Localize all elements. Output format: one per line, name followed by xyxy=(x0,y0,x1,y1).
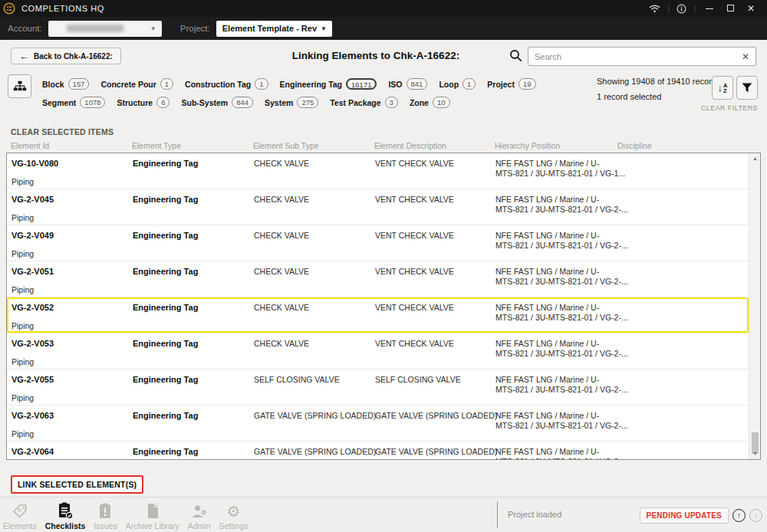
filter-chip[interactable]: Concrete Pour 1 xyxy=(100,78,173,90)
filter-chip[interactable]: Test Package 3 xyxy=(330,97,398,108)
vertical-scrollbar[interactable]: ▲ ▼ xyxy=(749,153,760,459)
filter-chip[interactable]: Loop 1 xyxy=(439,78,476,90)
pending-updates-badge[interactable]: PENDING UPDATES xyxy=(640,507,729,524)
link-selected-elements-button[interactable]: LINK SELECTED ELEMENT(S) xyxy=(11,475,143,494)
upload-updates-button[interactable]: ↑ xyxy=(732,509,746,522)
column-header-element-sub-type[interactable]: Element Sub Type xyxy=(253,141,319,150)
hierarchy-line: MTS-821 / 3U-MTS-821-01 / VG-2-... xyxy=(495,421,687,431)
bottom-navigation: Elements Checklists xyxy=(3,500,248,530)
cell-element-type: Engineering Tag xyxy=(133,375,198,384)
cell-element-id: VG-2-V063 xyxy=(12,411,54,420)
cell-hierarchy-position: NFE FAST LNG / Marine / U- MTS-821 / 3U-… xyxy=(495,339,687,359)
filter-chip[interactable]: Sub-System 844 xyxy=(181,97,253,108)
nav-item-archive-library[interactable]: Archive Library xyxy=(126,500,179,530)
nav-item-admin[interactable]: Admin xyxy=(188,500,211,530)
table-row[interactable]: VG-2-V064 Engineering Tag GATE VALVE (SP… xyxy=(7,442,749,459)
filter-chip[interactable]: System 275 xyxy=(265,97,318,108)
cell-discipline: Piping xyxy=(12,357,34,366)
cell-discipline: Piping xyxy=(12,321,34,330)
filter-chip[interactable]: Zone 10 xyxy=(410,97,450,108)
cell-discipline: Piping xyxy=(12,213,34,222)
chip-label: Project xyxy=(487,80,515,89)
cell-discipline: Piping xyxy=(12,285,34,294)
close-button[interactable]: ✕ xyxy=(744,3,758,14)
chevron-down-icon: ▼ xyxy=(150,25,156,32)
column-header-element-id[interactable]: Element Id xyxy=(11,141,49,150)
hierarchy-line: MTS-821 / 3U-MTS-821-01 / VG-2-... xyxy=(495,277,687,287)
project-dropdown[interactable]: Element Template - Rev ▼ xyxy=(216,21,332,37)
table-row[interactable]: VG-2-V052 Engineering Tag CHECK VALVE VE… xyxy=(7,297,749,333)
download-updates-button[interactable]: ↓ xyxy=(749,509,762,522)
statusbar-divider xyxy=(497,501,498,528)
clear-selected-items-button[interactable]: CLEAR SELECTED ITEMS xyxy=(11,127,114,136)
nav-item-issues[interactable]: Issues xyxy=(94,500,117,530)
hierarchy-line: NFE FAST LNG / Marine / U- xyxy=(495,447,687,457)
showing-records-text: Showing 19408 of 19410 records xyxy=(597,74,720,89)
cell-element-sub-type: CHECK VALVE xyxy=(254,303,309,312)
cell-element-sub-type: GATE VALVE (SPRING LOADED) xyxy=(254,447,376,456)
filter-chip[interactable]: Project 19 xyxy=(487,78,535,90)
table-row[interactable]: VG-10-V080 Engineering Tag CHECK VALVE V… xyxy=(7,153,749,189)
cell-discipline: Piping xyxy=(12,393,34,402)
chip-count-badge: 10 xyxy=(433,97,450,108)
filter-chip[interactable]: Block 157 xyxy=(42,78,89,90)
chip-label: ISO xyxy=(388,80,402,89)
column-header-hierarchy-position[interactable]: Hierarchy Position xyxy=(495,141,560,150)
cell-element-description: VENT CHECK VALVE xyxy=(375,195,454,204)
titlebar-separator: | xyxy=(693,4,696,13)
cell-element-type: Engineering Tag xyxy=(133,159,198,168)
table-row[interactable]: VG-2-V055 Engineering Tag SELF CLOSING V… xyxy=(7,369,749,406)
column-header-discipline[interactable]: Discipline xyxy=(617,141,652,150)
search-clear-icon[interactable]: ✕ xyxy=(736,51,755,62)
table-row[interactable]: VG-2-V045 Engineering Tag CHECK VALVE VE… xyxy=(7,189,749,225)
scroll-down-arrow[interactable]: ▼ xyxy=(749,448,761,459)
chip-label: Loop xyxy=(439,80,459,89)
nav-label: Admin xyxy=(188,521,211,530)
nav-label: Elements xyxy=(3,521,37,530)
filter-chip[interactable]: Engineering Tag 16171 xyxy=(280,78,377,90)
cell-hierarchy-position: NFE FAST LNG / Marine / U- MTS-821 / 3U-… xyxy=(495,195,687,215)
back-button[interactable]: ← Back to Chk-A-16622: xyxy=(11,48,121,64)
nav-item-checklists[interactable]: Checklists xyxy=(45,500,86,530)
sort-az-icon: ↓AZ xyxy=(718,82,728,94)
clear-filters-button[interactable]: CLEAR FILTERS xyxy=(701,104,758,112)
chip-count-badge: 275 xyxy=(297,97,318,108)
filter-chip[interactable]: ISO 841 xyxy=(388,78,427,90)
search-input[interactable] xyxy=(528,52,736,61)
hierarchy-view-button[interactable] xyxy=(8,74,31,98)
search-icon xyxy=(509,49,522,62)
hierarchy-line: MTS-821 / 3U-MTS-821-01 / VG-2-... xyxy=(495,313,687,323)
chip-label: Structure xyxy=(117,98,153,107)
info-icon[interactable] xyxy=(676,4,686,14)
cell-element-id: VG-2-V053 xyxy=(12,339,54,348)
filter-chip[interactable]: Segment 1078 xyxy=(42,97,105,108)
cell-element-description: VENT CHECK VALVE xyxy=(375,159,454,168)
maximize-button[interactable] xyxy=(723,3,737,14)
nav-item-elements[interactable]: Elements xyxy=(3,500,37,530)
cell-hierarchy-position: NFE FAST LNG / Marine / U- MTS-821 / 3U-… xyxy=(495,159,687,179)
cell-hierarchy-position: NFE FAST LNG / Marine / U- MTS-821 / 3U-… xyxy=(495,267,687,287)
filter-chip[interactable]: Structure 6 xyxy=(117,97,170,108)
account-dropdown[interactable]: ▼ xyxy=(48,21,162,37)
nav-item-settings[interactable]: ⚙ Settings xyxy=(219,500,248,530)
filter-chip[interactable]: Construction Tag 1 xyxy=(185,78,268,90)
project-value: Element Template - Rev xyxy=(222,24,317,33)
status-message: Project loaded xyxy=(508,510,561,519)
hierarchy-line: NFE FAST LNG / Marine / U- xyxy=(495,195,687,205)
nav-label: Issues xyxy=(94,521,117,530)
table-row[interactable]: VG-2-V063 Engineering Tag GATE VALVE (SP… xyxy=(7,406,749,442)
hierarchy-line: NFE FAST LNG / Marine / U- xyxy=(495,231,687,241)
scroll-up-arrow[interactable]: ▲ xyxy=(749,153,761,164)
column-header-element-type[interactable]: Element Type xyxy=(132,141,181,150)
issue-clipboard-icon xyxy=(97,502,113,520)
sort-button[interactable]: ↓AZ xyxy=(712,76,733,100)
cell-hierarchy-position: NFE FAST LNG / Marine / U- MTS-821 / 3U-… xyxy=(495,411,687,431)
column-header-element-description[interactable]: Element Description xyxy=(374,141,446,150)
filter-button[interactable] xyxy=(736,76,758,100)
table-body: VG-10-V080 Engineering Tag CHECK VALVE V… xyxy=(7,153,749,459)
table-row[interactable]: VG-2-V053 Engineering Tag CHECK VALVE VE… xyxy=(7,333,749,369)
table-row[interactable]: VG-2-V051 Engineering Tag CHECK VALVE VE… xyxy=(7,261,749,297)
table-row[interactable]: VG-2-V049 Engineering Tag CHECK VALVE VE… xyxy=(7,225,749,261)
account-label: Account: xyxy=(8,24,42,33)
minimize-button[interactable] xyxy=(703,3,716,14)
